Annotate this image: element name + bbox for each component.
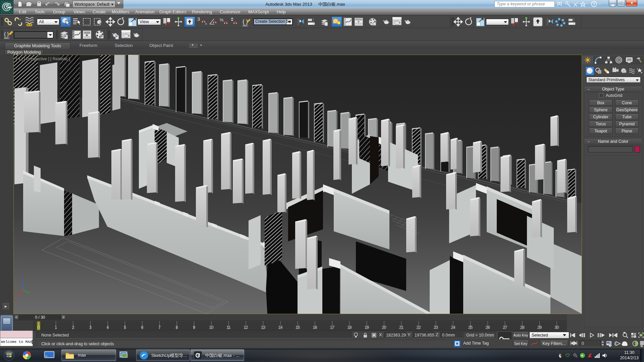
svg-text:30: 30 [554,325,559,330]
svg-text:{ }: { } [4,31,9,37]
svg-text:26: 26 [485,325,490,330]
svg-text:15: 15 [296,325,300,330]
svg-text:ABC: ABC [4,37,10,40]
svg-text:All: All [39,19,44,24]
svg-text:19: 19 [365,325,369,330]
svg-text:17: 17 [330,325,335,330]
svg-text:7: 7 [158,325,161,330]
svg-text:16: 16 [313,325,317,330]
svg-text:9: 9 [193,325,195,330]
svg-text:10: 10 [209,325,214,330]
svg-text:22: 22 [416,325,421,330]
svg-text:z: z [22,277,24,280]
svg-text:25: 25 [468,325,473,330]
svg-text:2: 2 [72,325,74,330]
svg-text:View: View [140,19,149,24]
svg-text:24: 24 [451,325,455,330]
svg-text:12: 12 [244,325,248,330]
svg-text:11: 11 [226,325,231,330]
svg-text:29: 29 [537,325,542,330]
svg-text:x: x [15,294,17,298]
svg-text:23: 23 [434,325,438,330]
svg-text:y: y [28,290,30,294]
svg-text:18: 18 [347,325,352,330]
svg-text:n: n [205,22,207,25]
svg-text:4: 4 [107,325,109,330]
svg-text:8: 8 [176,325,178,330]
svg-text:5: 5 [124,325,126,330]
svg-text:3: 3 [89,325,92,330]
svg-text:3: 3 [197,16,200,22]
svg-text:20: 20 [382,325,386,330]
svg-text:0: 0 [38,325,40,330]
svg-text:21: 21 [399,325,404,330]
svg-text:1: 1 [55,325,57,330]
svg-text:%: % [220,17,224,22]
svg-text:Create Selection Se: Create Selection Se [255,19,291,24]
svg-text:+: + [581,353,583,358]
svg-text:6: 6 [141,325,144,330]
svg-text:27: 27 [503,325,507,330]
svg-text:28: 28 [520,325,525,330]
svg-text:13: 13 [261,325,266,330]
svg-text:14: 14 [278,325,283,330]
svg-text:ABC: ABC [243,24,248,27]
